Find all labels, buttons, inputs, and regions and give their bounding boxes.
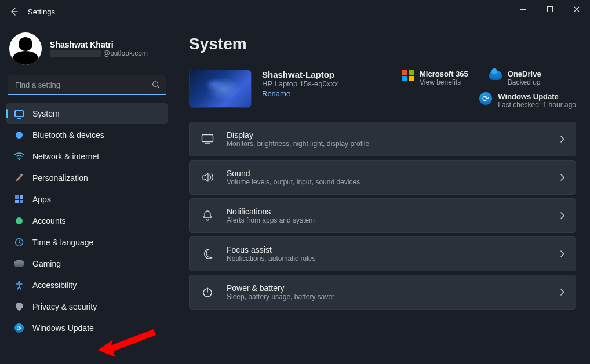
sidebar: Shashwat Khatri @outlook.com System Blue…	[0, 23, 174, 364]
onedrive-icon	[489, 71, 502, 80]
display-icon	[200, 134, 215, 144]
svg-rect-7	[15, 200, 19, 203]
device-model: HP Laptop 15s-eq0xxx	[262, 79, 360, 88]
person-icon	[14, 216, 24, 226]
rename-link[interactable]: Rename	[262, 89, 290, 98]
profile-email: @outlook.com	[50, 49, 148, 57]
sidebar-item-apps[interactable]: Apps	[6, 189, 168, 210]
device-summary-row: Shashwat-Laptop HP Laptop 15s-eq0xxx Ren…	[189, 70, 576, 109]
sidebar-item-network[interactable]: Network & internet	[6, 146, 168, 167]
sidebar-item-system[interactable]: System	[6, 103, 168, 124]
content-area: System Shashwat-Laptop HP Laptop 15s-eq0…	[174, 23, 590, 364]
svg-rect-0	[520, 9, 526, 10]
setting-notifications[interactable]: NotificationsAlerts from apps and system	[189, 198, 576, 233]
cloud-onedrive[interactable]: OneDrive Backed up	[489, 70, 541, 86]
sound-icon	[200, 172, 215, 183]
setting-sound[interactable]: SoundVolume levels, output, input, sound…	[189, 160, 576, 195]
svg-rect-6	[20, 195, 23, 199]
setting-focus-assist[interactable]: Focus assistNotifications, automatic rul…	[189, 236, 576, 271]
chevron-right-icon	[559, 250, 565, 258]
sidebar-item-windows-update[interactable]: ⟳Windows Update	[6, 318, 168, 338]
chevron-right-icon	[559, 173, 565, 181]
minimize-button[interactable]	[510, 0, 537, 19]
update-icon: ⟳	[14, 323, 24, 333]
arrow-left-icon	[9, 7, 19, 16]
wifi-icon	[14, 151, 24, 162]
globe-clock-icon	[14, 237, 24, 247]
accessibility-icon	[14, 280, 24, 290]
close-button[interactable]	[563, 0, 590, 19]
monitor-icon	[14, 108, 24, 119]
search-input[interactable]	[8, 75, 166, 95]
update-icon: ⟳	[479, 92, 492, 105]
minimize-icon	[520, 6, 527, 13]
moon-icon	[200, 248, 215, 260]
window-controls	[510, 0, 590, 19]
svg-rect-5	[15, 195, 19, 199]
chevron-right-icon	[559, 288, 565, 296]
svg-point-10	[18, 281, 20, 283]
svg-point-2	[153, 82, 158, 87]
sidebar-item-privacy[interactable]: Privacy & security	[6, 296, 168, 317]
sidebar-nav: System Bluetooth & devices Network & int…	[6, 103, 168, 338]
profile-name: Shashwat Khatri	[50, 40, 148, 49]
sidebar-item-bluetooth[interactable]: Bluetooth & devices	[6, 125, 168, 145]
svg-rect-1	[548, 7, 553, 12]
search-icon	[152, 81, 160, 89]
sidebar-item-accounts[interactable]: Accounts	[6, 210, 168, 231]
power-icon	[200, 286, 215, 298]
microsoft-logo-icon	[402, 70, 414, 81]
close-icon	[573, 6, 580, 13]
svg-point-3	[19, 159, 20, 161]
svg-rect-11	[202, 135, 213, 142]
settings-list: DisplayMonitors, brightness, night light…	[189, 122, 576, 310]
chevron-right-icon	[559, 212, 565, 220]
search-field[interactable]	[8, 75, 166, 95]
redacted-email-local	[50, 50, 101, 57]
bluetooth-icon	[14, 130, 24, 140]
apps-icon	[14, 194, 24, 205]
bell-icon	[200, 210, 215, 221]
cloud-m365[interactable]: Microsoft 365 View benefits	[402, 70, 468, 86]
titlebar: Settings	[0, 0, 590, 23]
profile-block[interactable]: Shashwat Khatri @outlook.com	[6, 30, 168, 75]
chevron-right-icon	[559, 135, 565, 143]
device-name: Shashwat-Laptop	[262, 70, 360, 79]
svg-rect-8	[20, 200, 23, 203]
maximize-button[interactable]	[537, 0, 563, 19]
shield-icon	[14, 301, 24, 312]
back-button[interactable]	[5, 2, 23, 21]
sidebar-item-personalization[interactable]: Personalization	[6, 168, 168, 188]
avatar-icon	[9, 32, 42, 65]
page-title: System	[189, 35, 576, 53]
maximize-icon	[547, 6, 553, 13]
gamepad-icon	[14, 259, 24, 269]
sidebar-item-time[interactable]: Time & language	[6, 232, 168, 253]
device-info: Shashwat-Laptop HP Laptop 15s-eq0xxx Ren…	[262, 70, 360, 99]
cloud-windows-update[interactable]: ⟳ Windows Update Last checked: 1 hour ag…	[479, 92, 576, 109]
paintbrush-icon	[14, 173, 24, 183]
sidebar-item-gaming[interactable]: Gaming	[6, 253, 168, 274]
app-title: Settings	[28, 8, 55, 16]
device-thumbnail[interactable]	[189, 70, 252, 108]
sidebar-item-accessibility[interactable]: Accessibility	[6, 275, 168, 296]
setting-display[interactable]: DisplayMonitors, brightness, night light…	[189, 122, 576, 156]
setting-power-battery[interactable]: Power & batterySleep, battery usage, bat…	[189, 275, 576, 310]
